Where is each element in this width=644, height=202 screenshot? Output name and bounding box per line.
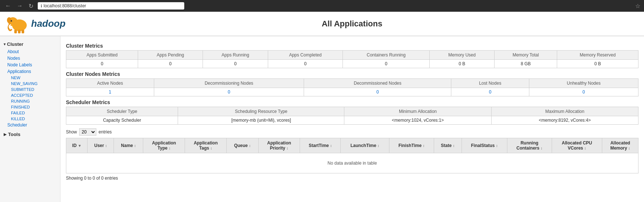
cluster-metrics-table: Apps Submitted Apps Pending Apps Running… bbox=[66, 50, 639, 68]
cluster-metrics-title: Cluster Metrics bbox=[66, 43, 639, 49]
sidebar: ▾ Cluster About Nodes Node Labels Applic… bbox=[0, 36, 60, 202]
val-unhealthy-nodes[interactable]: 0 bbox=[529, 88, 638, 96]
svg-rect-6 bbox=[22, 30, 24, 33]
cluster-section: ▾ Cluster About Nodes Node Labels Applic… bbox=[0, 40, 60, 128]
col-queue[interactable]: Queue ↕ bbox=[226, 138, 258, 153]
val-lost-nodes[interactable]: 0 bbox=[451, 88, 529, 96]
show-label: Show bbox=[66, 129, 77, 135]
app-wrapper: hadoop All Applications ▾ Cluster About … bbox=[0, 12, 644, 202]
logo-area: hadoop bbox=[5, 14, 66, 34]
col-application-type[interactable]: ApplicationType ↕ bbox=[143, 138, 185, 153]
cluster-nodes-table: Active Nodes Decommissioning Nodes Decom… bbox=[66, 78, 639, 96]
val-scheduler-type: Capacity Scheduler bbox=[66, 116, 178, 125]
tools-label: Tools bbox=[8, 132, 21, 137]
entries-select[interactable]: 10 20 50 100 bbox=[79, 128, 96, 136]
sidebar-item-running[interactable]: RUNNING bbox=[0, 98, 60, 104]
sort-finishtime-icon: ↕ bbox=[423, 144, 425, 148]
col-decommissioned-nodes: Decommissioned Nodes bbox=[304, 79, 451, 88]
sidebar-item-about[interactable]: About bbox=[0, 48, 60, 55]
col-scheduling-resource-type: Scheduling Resource Type bbox=[178, 107, 344, 116]
sidebar-item-node-labels[interactable]: Node Labels bbox=[0, 62, 60, 68]
val-decommissioning-nodes[interactable]: 0 bbox=[154, 88, 304, 96]
svg-point-3 bbox=[11, 20, 12, 22]
scheduler-metrics-title: Scheduler Metrics bbox=[66, 99, 639, 105]
col-running-containers[interactable]: RunningContainers ↕ bbox=[507, 138, 552, 153]
sort-cpu-icon: ↕ bbox=[584, 146, 586, 150]
page-title: All Applications bbox=[322, 19, 382, 28]
val-maximum-allocation: <memory:8192, vCores:4> bbox=[491, 116, 638, 125]
sidebar-item-accepted[interactable]: ACCEPTED bbox=[0, 92, 60, 98]
cluster-header[interactable]: ▾ Cluster bbox=[0, 40, 60, 48]
sidebar-item-scheduler[interactable]: Scheduler bbox=[0, 122, 60, 128]
col-unhealthy-nodes: Unhealthy Nodes bbox=[529, 79, 638, 88]
col-apps-pending: Apps Pending bbox=[138, 51, 203, 60]
refresh-button[interactable]: ↻ bbox=[27, 2, 35, 10]
entries-label: entries bbox=[99, 129, 112, 135]
col-allocated-memory[interactable]: AllocatedMemory ↕ bbox=[602, 138, 639, 153]
col-allocated-cpu[interactable]: Allocated CPUVCores ↕ bbox=[552, 138, 602, 153]
sidebar-item-new-saving[interactable]: NEW_SAVING bbox=[0, 81, 60, 87]
col-memory-total: Memory Total bbox=[494, 51, 557, 60]
sidebar-item-new[interactable]: NEW bbox=[0, 75, 60, 81]
applications-table: ID ▼ User ↕ Name ↕ ApplicationType ↕ App… bbox=[66, 138, 639, 173]
url-bar[interactable]: ℹ localhost:8088/cluster bbox=[38, 2, 184, 10]
col-lost-nodes: Lost Nodes bbox=[451, 79, 529, 88]
svg-rect-5 bbox=[18, 30, 21, 33]
col-apps-completed: Apps Completed bbox=[268, 51, 343, 60]
val-decommissioned-nodes[interactable]: 0 bbox=[304, 88, 451, 96]
sort-containers-icon: ↕ bbox=[541, 146, 543, 150]
col-application-tags[interactable]: ApplicationTags ↕ bbox=[185, 138, 227, 153]
col-state[interactable]: State ↕ bbox=[434, 138, 462, 153]
val-memory-total: 8 GB bbox=[494, 60, 557, 68]
cluster-nodes-title: Cluster Nodes Metrics bbox=[66, 71, 639, 77]
val-apps-submitted: 0 bbox=[66, 60, 138, 68]
forward-button[interactable]: → bbox=[15, 2, 24, 10]
val-apps-pending: 0 bbox=[138, 60, 203, 68]
sort-starttime-icon: ↕ bbox=[330, 144, 332, 148]
val-containers-running: 0 bbox=[343, 60, 429, 68]
showing-label: Showing 0 to 0 of 0 entries bbox=[66, 176, 118, 181]
col-finish-time[interactable]: FinishTime ↕ bbox=[389, 138, 434, 153]
col-user[interactable]: User ↕ bbox=[88, 138, 114, 153]
col-final-status[interactable]: FinalStatus ↕ bbox=[462, 138, 507, 153]
sort-memory-icon: ↕ bbox=[628, 146, 630, 150]
col-memory-reserved: Memory Reserved bbox=[557, 51, 639, 60]
sidebar-item-failed[interactable]: FAILED bbox=[0, 110, 60, 116]
sort-finalstatus-icon: ↕ bbox=[496, 144, 498, 148]
svg-point-2 bbox=[7, 17, 11, 23]
col-apps-submitted: Apps Submitted bbox=[66, 51, 138, 60]
url-text: localhost:8088/cluster bbox=[44, 3, 86, 8]
col-maximum-allocation: Maximum Allocation bbox=[491, 107, 638, 116]
col-id[interactable]: ID ▼ bbox=[66, 138, 88, 153]
col-minimum-allocation: Minimum Allocation bbox=[344, 107, 491, 116]
val-apps-running: 0 bbox=[203, 60, 268, 68]
sort-state-icon: ↕ bbox=[453, 144, 455, 148]
sidebar-item-killed[interactable]: KILLED bbox=[0, 116, 60, 122]
sidebar-item-finished[interactable]: FINISHED bbox=[0, 104, 60, 110]
sidebar-item-applications[interactable]: Applications bbox=[0, 68, 60, 75]
tools-expand-icon: ▶ bbox=[4, 132, 7, 136]
hadoop-text: hadoop bbox=[31, 18, 66, 29]
col-containers-running: Containers Running bbox=[343, 51, 429, 60]
sidebar-item-submitted[interactable]: SUBMITTED bbox=[0, 87, 60, 92]
col-scheduler-type: Scheduler Type bbox=[66, 107, 178, 116]
val-apps-completed: 0 bbox=[268, 60, 343, 68]
sort-apptype-icon: ↕ bbox=[169, 146, 171, 150]
val-minimum-allocation: <memory:1024, vCores:1> bbox=[344, 116, 491, 125]
val-memory-reserved: 0 B bbox=[557, 60, 639, 68]
scheduler-metrics-table: Scheduler Type Scheduling Resource Type … bbox=[66, 107, 639, 125]
back-button[interactable]: ← bbox=[4, 2, 12, 10]
sidebar-item-nodes[interactable]: Nodes bbox=[0, 55, 60, 62]
tools-header[interactable]: ▶ Tools bbox=[0, 130, 60, 139]
table-controls: Show 10 20 50 100 entries bbox=[66, 128, 639, 136]
val-scheduling-resource-type: [memory-mb (unit=Mi), vcores] bbox=[178, 116, 344, 125]
col-start-time[interactable]: StartTime ↕ bbox=[300, 138, 341, 153]
col-name[interactable]: Name ↕ bbox=[114, 138, 143, 153]
bookmark-star[interactable]: ☆ bbox=[635, 3, 640, 10]
sort-name-icon: ↕ bbox=[134, 144, 136, 148]
val-active-nodes[interactable]: 1 bbox=[66, 88, 154, 96]
col-application-priority[interactable]: ApplicationPriority ↕ bbox=[258, 138, 300, 153]
col-launch-time[interactable]: LaunchTime ↕ bbox=[341, 138, 389, 153]
sort-launchtime-icon: ↕ bbox=[378, 144, 380, 148]
svg-rect-4 bbox=[14, 30, 17, 33]
